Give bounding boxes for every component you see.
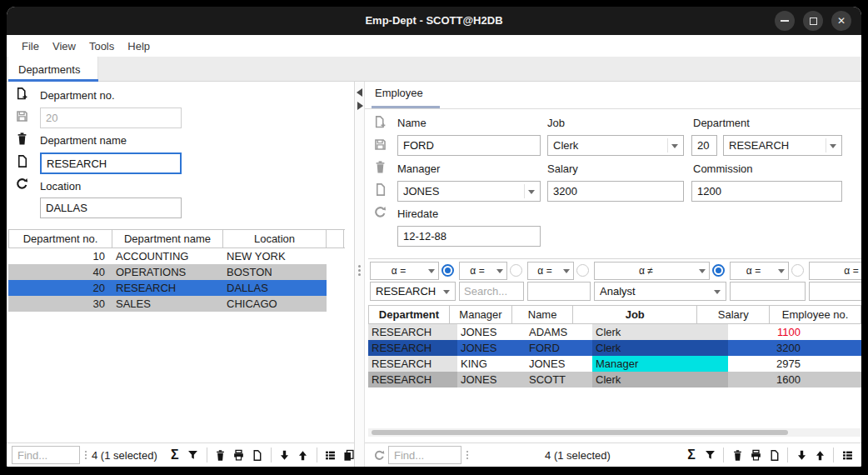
dept-name-field[interactable]: [40, 152, 182, 174]
menu-view[interactable]: View: [52, 40, 76, 52]
column-header[interactable]: Name: [512, 306, 573, 323]
column-header[interactable]: Job: [573, 306, 697, 323]
filter-value-input[interactable]: [730, 282, 806, 301]
print-icon[interactable]: [746, 447, 765, 463]
grip-icon[interactable]: [85, 450, 87, 460]
save-icon[interactable]: [15, 109, 32, 126]
table-row[interactable]: 30SALESCHICAGO: [8, 296, 327, 312]
filter-value-input[interactable]: [527, 282, 591, 301]
filter-operator-combo[interactable]: α =: [459, 262, 507, 280]
delete-icon[interactable]: [373, 160, 390, 177]
name-field[interactable]: [397, 135, 541, 156]
table-row[interactable]: 10ACCOUNTINGNEW YORK: [8, 248, 327, 264]
copy-icon[interactable]: [373, 182, 390, 199]
delete-icon[interactable]: [728, 447, 746, 463]
table-row[interactable]: RESEARCHKINGJONESManager2975: [368, 356, 861, 372]
collapse-left-icon[interactable]: [357, 88, 362, 97]
filter-value-cell: [728, 281, 807, 302]
print-icon[interactable]: [230, 447, 248, 463]
collapse-right-icon[interactable]: [357, 102, 363, 110]
department-no-field[interactable]: [691, 135, 717, 156]
column-header[interactable]: Manager: [450, 306, 512, 323]
copy-icon[interactable]: [248, 447, 267, 463]
sum-icon[interactable]: Σ: [166, 447, 184, 463]
splitter-grip-icon[interactable]: [358, 263, 361, 278]
dept-no-label: Department no.: [40, 89, 115, 102]
refresh-icon[interactable]: [373, 205, 390, 222]
table-row[interactable]: 20RESEARCHDALLAS: [8, 280, 327, 296]
refresh-icon[interactable]: [15, 177, 32, 193]
filter-operator-combo[interactable]: α =: [730, 262, 789, 280]
filter-radio[interactable]: [441, 264, 454, 277]
add-record-icon[interactable]: [15, 87, 32, 103]
filter-value-combo[interactable]: Analyst: [594, 282, 726, 301]
filter-radio[interactable]: [576, 264, 589, 277]
table-cell: FORD: [526, 340, 592, 356]
list-icon[interactable]: [322, 447, 340, 463]
grip-icon[interactable]: [466, 450, 468, 460]
move-up-icon[interactable]: [811, 447, 829, 463]
column-header[interactable]: Employee no.: [770, 306, 861, 323]
hiredate-field[interactable]: [397, 226, 541, 247]
menu-help[interactable]: Help: [127, 40, 150, 52]
employee-panel: Employee Name Job Department Clerk RESEA…: [365, 82, 861, 467]
menu-tools[interactable]: Tools: [89, 40, 114, 52]
filter-value-input[interactable]: [809, 282, 861, 301]
column-header[interactable]: Department name: [112, 230, 223, 248]
table-cell: 40: [8, 264, 112, 280]
refresh-icon[interactable]: [370, 447, 388, 463]
minimize-button[interactable]: [775, 11, 795, 31]
menu-file[interactable]: File: [22, 40, 39, 52]
filter-icon[interactable]: [701, 447, 719, 463]
manager-combo[interactable]: JONES: [397, 181, 541, 202]
department-combo[interactable]: RESEARCH: [723, 135, 842, 156]
dept-no-field[interactable]: [40, 108, 182, 128]
filter-radio[interactable]: [791, 264, 804, 277]
panel-splitter[interactable]: [355, 82, 365, 467]
filter-operator-combo[interactable]: α ≠: [594, 262, 710, 280]
filter-icon[interactable]: [184, 447, 202, 463]
tab-departments[interactable]: Departments: [8, 57, 98, 82]
move-down-icon[interactable]: [276, 447, 294, 463]
close-button[interactable]: ✕: [831, 11, 851, 31]
filter-value: RESEARCH: [376, 285, 436, 298]
table-row[interactable]: RESEARCHJONESFORDClerk3200: [368, 340, 861, 356]
delete-icon[interactable]: [212, 447, 230, 463]
filter-operator-combo[interactable]: α =: [527, 262, 574, 280]
commission-field[interactable]: [691, 181, 842, 202]
horizontal-scrollbar[interactable]: [368, 428, 861, 437]
move-down-icon[interactable]: [792, 447, 811, 463]
table-row[interactable]: 40OPERATIONSBOSTON: [8, 264, 327, 280]
copy-icon[interactable]: [765, 447, 783, 463]
column-header[interactable]: Location: [223, 230, 327, 248]
filter-value-input[interactable]: [459, 282, 524, 301]
table-row[interactable]: RESEARCHJONESADAMSClerk1100: [368, 324, 861, 340]
salary-field[interactable]: [547, 181, 684, 202]
column-header[interactable]: Department: [368, 306, 450, 323]
filter-radio[interactable]: [712, 264, 725, 277]
scrollbar-thumb[interactable]: [372, 430, 788, 435]
filter-operator-combo[interactable]: α =: [809, 262, 861, 280]
maximize-button[interactable]: [803, 11, 823, 31]
job-combo[interactable]: Clerk: [547, 135, 684, 156]
save-icon[interactable]: [373, 138, 390, 154]
column-header[interactable]: Salary: [697, 306, 770, 323]
location-field[interactable]: [40, 198, 182, 218]
title-bar[interactable]: Emp-Dept - SCOTT@H2DB ✕: [7, 7, 861, 35]
filter-value-combo[interactable]: RESEARCH: [370, 282, 456, 301]
filter-value-cell: Analyst: [592, 281, 728, 302]
find-input[interactable]: [12, 446, 80, 464]
move-up-icon[interactable]: [294, 447, 312, 463]
delete-icon[interactable]: [15, 132, 32, 148]
tab-employee[interactable]: Employee: [375, 87, 423, 99]
table-row[interactable]: RESEARCHJONESSCOTTClerk1600: [368, 372, 861, 388]
filter-value: Analyst: [600, 285, 636, 298]
sum-icon[interactable]: Σ: [682, 447, 701, 463]
find-input[interactable]: [388, 446, 461, 464]
filter-radio[interactable]: [510, 264, 522, 277]
copy-icon[interactable]: [15, 154, 32, 171]
filter-operator-combo[interactable]: α =: [370, 262, 439, 280]
list-icon[interactable]: [838, 447, 856, 463]
add-record-icon[interactable]: [373, 115, 390, 132]
column-header[interactable]: Department no.: [8, 230, 112, 248]
